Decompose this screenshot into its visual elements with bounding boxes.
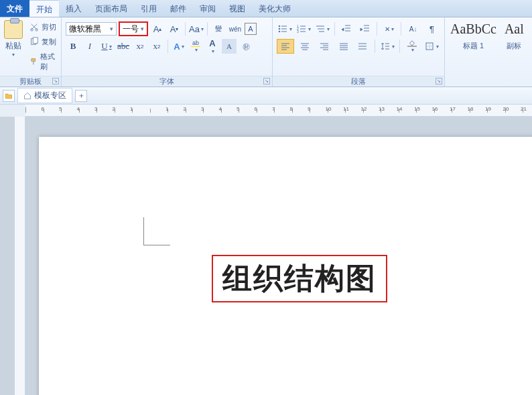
increase-indent-button[interactable] bbox=[357, 21, 374, 36]
font-launcher[interactable]: ↘ bbox=[263, 78, 270, 84]
text-direction-button[interactable]: ✕ bbox=[381, 21, 397, 36]
clipboard-launcher[interactable]: ↘ bbox=[52, 78, 59, 84]
format-painter-button[interactable]: 格式刷 bbox=[29, 51, 58, 72]
document-title-box[interactable]: 组织结构图 bbox=[212, 255, 387, 302]
bucket-icon bbox=[407, 40, 417, 46]
italic-button[interactable]: I bbox=[82, 39, 97, 54]
bullets-icon bbox=[277, 23, 288, 34]
font-color-button[interactable]: A bbox=[205, 39, 220, 54]
cursor-mark bbox=[143, 217, 170, 245]
borders-icon bbox=[424, 41, 435, 52]
align-left-icon bbox=[280, 41, 291, 52]
copy-button[interactable]: 复制 bbox=[29, 36, 58, 48]
enclose-chars-button[interactable]: wén bbox=[228, 21, 243, 36]
group-label-clipboard: 剪贴板 ↘ bbox=[0, 76, 61, 87]
home-icon bbox=[23, 92, 31, 100]
align-center-icon bbox=[300, 41, 310, 52]
align-left-button[interactable] bbox=[277, 39, 294, 54]
tab-insert[interactable]: 插入 bbox=[59, 0, 88, 17]
align-right-button[interactable] bbox=[316, 39, 333, 54]
document-title-text: 组织结构图 bbox=[222, 259, 377, 298]
font-size-combo[interactable]: 一号 ▾ bbox=[119, 21, 148, 36]
page[interactable]: 组织结构图 bbox=[39, 137, 532, 395]
paste-button[interactable]: 粘贴 ▾ bbox=[0, 17, 27, 76]
style-subtitle[interactable]: Aal 副标 bbox=[505, 21, 524, 82]
numbering-button[interactable]: 123 bbox=[295, 21, 312, 36]
char-border-button[interactable]: A bbox=[245, 23, 257, 35]
tab-beautify[interactable]: 美化大师 bbox=[252, 0, 297, 17]
distribute-button[interactable] bbox=[354, 39, 372, 54]
highlight-button[interactable]: ab bbox=[188, 39, 203, 54]
ruler-vertical[interactable] bbox=[15, 117, 25, 395]
paragraph-launcher[interactable]: ↘ bbox=[436, 78, 442, 84]
justify-button[interactable] bbox=[335, 39, 352, 54]
group-label-paragraph: 段落 ↘ bbox=[273, 76, 444, 87]
multilevel-icon bbox=[315, 23, 326, 34]
new-tab-button[interactable]: ＋ bbox=[75, 90, 87, 102]
svg-rect-4 bbox=[31, 58, 36, 61]
style-heading1[interactable]: AaBbCc 标题 1 bbox=[450, 21, 496, 82]
bold-button[interactable]: B bbox=[66, 39, 80, 54]
phonetic-guide-button[interactable]: 變 bbox=[211, 21, 226, 36]
justify-icon bbox=[338, 41, 349, 52]
distribute-icon bbox=[357, 41, 368, 52]
copy-icon bbox=[29, 37, 39, 46]
multilevel-list-button[interactable] bbox=[314, 21, 331, 36]
tab-review[interactable]: 审阅 bbox=[193, 0, 222, 17]
superscript-button[interactable]: x2 bbox=[149, 39, 164, 54]
menu-bar: 文件 开始 插入 页面布局 引用 邮件 审阅 视图 美化大师 bbox=[0, 0, 532, 17]
line-spacing-button[interactable] bbox=[379, 39, 396, 54]
ribbon: 粘贴 ▾ 剪切 复制 格式刷 剪贴板 ↘ bbox=[0, 17, 532, 87]
grow-font-button[interactable]: A▴ bbox=[150, 21, 165, 36]
brush-icon bbox=[29, 57, 38, 66]
bullets-button[interactable] bbox=[277, 21, 293, 36]
paste-dropdown-icon[interactable]: ▾ bbox=[12, 52, 15, 58]
group-paragraph: 123 ✕ A↓ ¶ bbox=[273, 17, 445, 87]
scissors-icon bbox=[29, 22, 39, 32]
folder-icon bbox=[5, 92, 13, 100]
tab-view[interactable]: 视图 bbox=[222, 0, 252, 17]
paste-label: 粘贴 bbox=[5, 40, 21, 52]
chevron-down-icon: ▾ bbox=[108, 24, 115, 34]
paste-icon bbox=[4, 20, 23, 39]
document-area: 组织结构图 bbox=[0, 117, 532, 395]
align-right-icon bbox=[319, 41, 330, 52]
shading-button[interactable] bbox=[403, 39, 421, 54]
change-case-button[interactable]: Aa bbox=[189, 21, 204, 36]
document-tabs-bar: 模板专区 ＋ bbox=[0, 87, 532, 105]
cut-button[interactable]: 剪切 bbox=[29, 21, 58, 33]
borders-button[interactable] bbox=[423, 39, 440, 54]
chevron-down-icon: ▾ bbox=[139, 24, 145, 34]
show-marks-button[interactable]: ¶ bbox=[423, 21, 440, 36]
shrink-font-button[interactable]: A▾ bbox=[167, 21, 182, 36]
svg-point-6 bbox=[279, 25, 281, 27]
enclose-char-button[interactable]: ㊖ bbox=[239, 39, 253, 54]
align-center-button[interactable] bbox=[296, 39, 314, 54]
ruler-horizontal[interactable]: 7654321123456789101112131415161718192021 bbox=[25, 105, 532, 117]
decrease-indent-button[interactable] bbox=[338, 21, 355, 36]
group-clipboard: 粘贴 ▾ 剪切 复制 格式刷 剪贴板 ↘ bbox=[0, 17, 62, 87]
underline-button[interactable]: U bbox=[99, 39, 114, 54]
line-spacing-icon bbox=[380, 41, 391, 52]
subscript-button[interactable]: x2 bbox=[133, 39, 147, 54]
tab-mailings[interactable]: 邮件 bbox=[163, 0, 193, 17]
sort-button[interactable]: A↓ bbox=[405, 21, 421, 36]
strikethrough-button[interactable]: abc bbox=[116, 39, 131, 54]
group-font: 微软雅黑 ▾ 一号 ▾ A▴ A▾ Aa 變 wén A B I U bbox=[62, 17, 273, 87]
char-shading-button[interactable]: A bbox=[222, 39, 237, 54]
svg-text:3: 3 bbox=[297, 30, 299, 34]
font-name-combo[interactable]: 微软雅黑 ▾ bbox=[66, 22, 117, 36]
outdent-icon bbox=[341, 23, 352, 34]
svg-point-7 bbox=[279, 28, 281, 30]
tab-home[interactable]: 开始 bbox=[29, 0, 59, 17]
svg-rect-5 bbox=[33, 61, 34, 64]
indent-icon bbox=[360, 23, 371, 34]
tab-file[interactable]: 文件 bbox=[0, 0, 29, 17]
text-effects-button[interactable]: A bbox=[172, 39, 186, 54]
tab-references[interactable]: 引用 bbox=[134, 0, 163, 17]
nav-folder-button[interactable] bbox=[3, 90, 15, 102]
tab-page-layout[interactable]: 页面布局 bbox=[88, 0, 134, 17]
group-label-font: 字体 ↘ bbox=[62, 76, 272, 87]
template-area-tab[interactable]: 模板专区 bbox=[17, 88, 72, 103]
svg-rect-3 bbox=[33, 38, 38, 44]
